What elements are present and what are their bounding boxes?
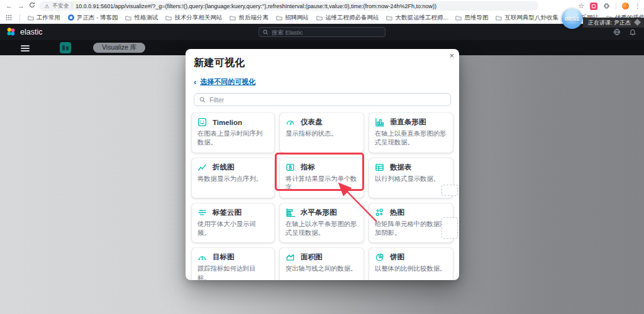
global-search-input[interactable] (272, 29, 381, 36)
viz-card-data-table[interactable]: 数据表以行列格式显示数据。 (369, 158, 453, 198)
viz-card-goal[interactable]: 目标图跟踪指标如何达到目标。 (192, 248, 274, 280)
tag-cloud-icon (197, 208, 207, 217)
pink-extension-icon[interactable] (590, 3, 597, 10)
bookmark-item[interactable]: 运维工程师必备网站 (316, 14, 379, 22)
viz-card-description: 将数据显示为点序列。 (197, 175, 269, 183)
folder-icon (386, 15, 392, 21)
bookmark-label: 前后端分离 (238, 14, 269, 22)
gauge-icon (286, 117, 295, 127)
folder-icon (28, 15, 34, 21)
viz-card-tag-cloud[interactable]: 标签云图使用字体大小显示词频。 (192, 203, 274, 243)
url-text[interactable]: 10.0.0.91:5601/app/visualize#/?_g=(filte… (75, 3, 436, 9)
bookmark-label: 招聘网站 (285, 14, 309, 22)
security-warning-icon[interactable]: ⚠ (45, 3, 50, 9)
viz-card-title: 垂直条形图 (390, 117, 426, 127)
viz-card-title: Timelion (213, 119, 242, 126)
close-icon[interactable]: × (449, 51, 454, 60)
alerts-bell-icon[interactable] (629, 28, 636, 36)
extensions-puzzle-icon[interactable] (603, 3, 610, 9)
vertical-bar-icon (375, 117, 384, 127)
recording-timer: 00:51 (565, 16, 579, 22)
visualize-app-icon[interactable] (60, 42, 71, 53)
pie-chart-icon (375, 252, 384, 262)
elastic-logo-icon[interactable] (6, 27, 16, 36)
choose-different-viz-link[interactable]: ‹ 选择不同的可视化 (194, 77, 255, 87)
divider (19, 14, 20, 21)
filter-search[interactable] (194, 93, 451, 106)
viz-card-title: 指标 (301, 163, 315, 172)
horizontal-bar-icon (286, 208, 295, 217)
area-chart-icon (286, 252, 295, 262)
bookmark-item[interactable]: 大数据运维工程师... (386, 14, 448, 22)
divider (72, 3, 72, 9)
folder-icon (276, 15, 282, 21)
viz-card-title: 水平条形图 (301, 208, 337, 217)
browser-forward-icon[interactable]: → (18, 1, 25, 11)
viz-card-description: 使用字体大小显示词频。 (197, 220, 269, 238)
deployment-icon[interactable] (613, 28, 621, 36)
viz-card-title: 热图 (390, 208, 404, 217)
search-icon (263, 30, 269, 35)
bookmark-item[interactable]: 前后端分离 (230, 14, 269, 22)
heatmap-icon (375, 208, 384, 217)
security-label[interactable]: 不安全 (53, 3, 69, 10)
nav-menu-icon[interactable] (21, 45, 30, 53)
folder-icon (496, 15, 502, 21)
goal-icon (197, 252, 207, 262)
apps-grid-icon[interactable] (6, 14, 12, 21)
elastic-brand-text: elastic (20, 28, 42, 36)
timelion-icon (197, 117, 207, 127)
recording-timer-bubble[interactable]: 00:51 (562, 8, 582, 29)
viz-card-horizontal-bar[interactable]: 水平条形图在轴上以水平条形图的形式呈现数据。 (280, 203, 364, 243)
viz-card-timelion[interactable]: Timelion在图表上显示时间序列数据。 (192, 113, 274, 153)
viz-card-description: 突出轴与线之间的数据。 (286, 264, 358, 273)
viz-card-title: 标签云图 (213, 208, 242, 217)
viz-card-description: 在图表上显示时间序列数据。 (197, 129, 269, 148)
bookmark-label: 思维导图 (464, 14, 488, 22)
viz-card-description: 将计算结果显示为单个数字。 (286, 175, 358, 193)
viz-card-heatmap[interactable]: 热图给矩阵单元格中的数据添加阴影。 (369, 203, 453, 243)
line-chart-icon (197, 163, 207, 172)
bookmark-star-icon[interactable]: ☆ (578, 2, 584, 10)
bookmark-item[interactable]: 工作常用 (28, 14, 60, 22)
bookmark-label: 尹正杰 - 博客园 (77, 14, 118, 22)
site-favicon-icon (68, 14, 74, 21)
modal-title: 新建可视化 (194, 57, 451, 70)
browser-menu-icon[interactable]: ⋮ (635, 3, 641, 9)
viz-card-metric[interactable]: 指标将计算结果显示为单个数字。 (280, 158, 364, 198)
divider (616, 3, 616, 9)
global-search[interactable] (258, 27, 386, 37)
recording-status-text: 正在讲课: 尹正杰 (588, 19, 631, 27)
browser-refresh-icon[interactable] (29, 2, 35, 8)
orange-extension-icon[interactable] (622, 3, 629, 9)
viz-card-vertical-bar[interactable]: 垂直条形图在轴上以垂直条形图的形式呈现数据。 (369, 113, 453, 153)
browser-toolbar: ← → ⚠ 不安全 10.0.0.91:5601/app/visualize#/… (0, 0, 644, 12)
bookmark-item[interactable]: 思维导图 (455, 14, 488, 22)
browser-actions: ☆ ⋮ (578, 0, 641, 12)
new-visualization-modal: × 新建可视化 ‹ 选择不同的可视化 Timelion在图表上显示时间序列数据。… (186, 49, 459, 280)
bookmark-item[interactable]: 尹正杰 - 博客园 (68, 14, 118, 22)
viz-card-description: 以整体的比例比较数据。 (375, 264, 447, 273)
viz-card-area-chart[interactable]: 面积图突出轴与线之间的数据。 (280, 248, 364, 280)
viz-card-description: 给矩阵单元格中的数据添加阴影。 (375, 220, 447, 238)
viz-card-description: 在轴上以垂直条形图的形式呈现数据。 (375, 129, 447, 148)
bookmark-label: 大数据运维工程师... (395, 14, 448, 22)
choose-different-viz-label[interactable]: 选择不同的可视化 (200, 77, 255, 87)
address-bar[interactable]: ⚠ 不安全 10.0.0.91:5601/app/visualize#/?_g=… (39, 1, 538, 11)
folder-icon (165, 15, 172, 21)
breadcrumb[interactable]: Visualize 库 (93, 43, 145, 53)
viz-card-pie-chart[interactable]: 饼图以整体的比例比较数据。 (369, 248, 453, 280)
viz-type-grid: Timelion在图表上显示时间序列数据。仪表盘显示指标的状态。垂直条形图在轴上… (192, 113, 453, 280)
bookmark-item[interactable]: 互联网典型八卦收集 (496, 14, 558, 22)
bookmark-item[interactable]: 性格测试 (125, 14, 158, 22)
viz-card-line-chart[interactable]: 折线图将数据显示为点序列。 (192, 158, 274, 198)
viz-card-title: 饼图 (390, 252, 404, 262)
filter-input[interactable] (209, 96, 445, 104)
data-table-icon (375, 163, 384, 172)
bookmark-item[interactable]: 技术分享相关网站 (165, 14, 222, 22)
browser-back-icon[interactable]: ← (6, 1, 13, 11)
search-icon (199, 97, 206, 103)
metric-icon (286, 163, 295, 172)
viz-card-gauge[interactable]: 仪表盘显示指标的状态。 (280, 113, 364, 153)
bookmark-item[interactable]: 招聘网站 (276, 14, 309, 22)
